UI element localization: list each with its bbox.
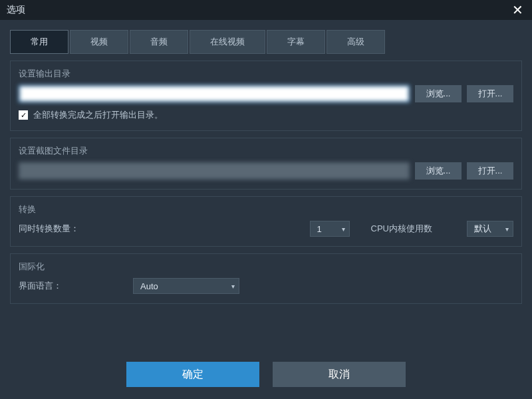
output-browse-button[interactable]: 浏览... bbox=[415, 85, 462, 102]
tab-video[interactable]: 视频 bbox=[70, 30, 128, 54]
snapshot-open-button[interactable]: 打开... bbox=[467, 162, 513, 180]
snapshot-browse-button[interactable]: 浏览... bbox=[415, 162, 462, 180]
snapshot-dir-input[interactable] bbox=[19, 162, 410, 180]
open-after-convert-checkbox[interactable]: ✓ bbox=[19, 110, 28, 120]
snapshot-dir-section: 设置截图文件目录 浏览... 打开... bbox=[10, 138, 522, 190]
titlebar: 选项 ✕ bbox=[0, 0, 532, 20]
cpu-cores-label: CPU内核使用数 bbox=[371, 223, 432, 235]
output-dir-label: 设置输出目录 bbox=[19, 68, 513, 80]
snapshot-dir-label: 设置截图文件目录 bbox=[19, 145, 513, 157]
output-dir-input[interactable] bbox=[19, 85, 410, 102]
window-title: 选项 bbox=[7, 4, 25, 16]
concurrent-count-select[interactable]: 1 bbox=[310, 221, 350, 237]
tab-advanced[interactable]: 高级 bbox=[327, 30, 385, 54]
tab-online-video[interactable]: 在线视频 bbox=[190, 30, 265, 54]
cpu-cores-select[interactable]: 默认 bbox=[467, 221, 513, 237]
close-icon[interactable]: ✕ bbox=[509, 2, 525, 18]
concurrent-count-value: 1 bbox=[317, 224, 322, 234]
ui-language-label: 界面语言： bbox=[19, 280, 85, 292]
ui-language-value: Auto bbox=[140, 281, 158, 291]
tab-subtitle[interactable]: 字幕 bbox=[267, 30, 325, 54]
convert-section-label: 转换 bbox=[19, 203, 513, 215]
i18n-section-label: 国际化 bbox=[19, 261, 513, 273]
output-dir-section: 设置输出目录 浏览... 打开... ✓ 全部转换完成之后打开输出目录。 bbox=[10, 61, 522, 131]
i18n-section: 国际化 界面语言： Auto bbox=[10, 253, 522, 304]
footer: 确定 取消 bbox=[0, 362, 532, 387]
tab-audio[interactable]: 音频 bbox=[130, 30, 188, 54]
output-open-button[interactable]: 打开... bbox=[467, 85, 513, 102]
cpu-cores-value: 默认 bbox=[474, 223, 491, 235]
ok-button[interactable]: 确定 bbox=[126, 362, 259, 387]
open-after-convert-label: 全部转换完成之后打开输出目录。 bbox=[33, 109, 163, 121]
concurrent-count-label: 同时转换数量： bbox=[19, 223, 85, 235]
tabs: 常用 视频 音频 在线视频 字幕 高级 bbox=[0, 20, 532, 54]
convert-section: 转换 同时转换数量： 1 CPU内核使用数 默认 bbox=[10, 196, 522, 247]
content: 设置输出目录 浏览... 打开... ✓ 全部转换完成之后打开输出目录。 设置截… bbox=[0, 54, 532, 317]
tab-general[interactable]: 常用 bbox=[10, 30, 68, 54]
cancel-button[interactable]: 取消 bbox=[273, 362, 406, 387]
ui-language-select[interactable]: Auto bbox=[133, 278, 239, 294]
